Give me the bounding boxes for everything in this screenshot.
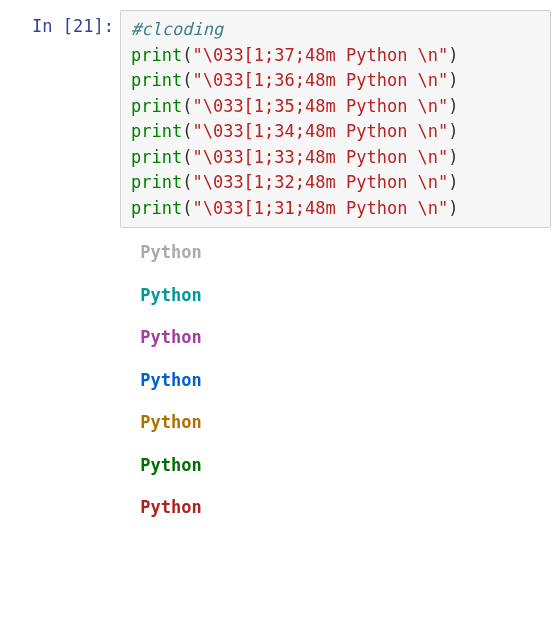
- prompt-label: In [21]:: [32, 16, 114, 36]
- output-line: Python: [130, 412, 212, 432]
- open-paren: (: [182, 96, 192, 116]
- string-literal: "\033[1;36;48m Python \n": [192, 70, 448, 90]
- output-line: Python: [130, 370, 212, 390]
- print-call: print: [131, 45, 182, 65]
- open-paren: (: [182, 45, 192, 65]
- print-call: print: [131, 96, 182, 116]
- string-literal: "\033[1;37;48m Python \n": [192, 45, 448, 65]
- output-prompt-spacer: [8, 228, 120, 540]
- code-input-area[interactable]: #clcoding print("\033[1;37;48m Python \n…: [120, 10, 551, 228]
- output-line: Python: [130, 242, 212, 262]
- close-paren: ): [448, 70, 458, 90]
- string-literal: "\033[1;35;48m Python \n": [192, 96, 448, 116]
- open-paren: (: [182, 121, 192, 141]
- stdout-area: Python Python Python Python Python Pytho…: [120, 228, 551, 540]
- print-call: print: [131, 147, 182, 167]
- string-literal: "\033[1;32;48m Python \n": [192, 172, 448, 192]
- output-line: Python: [130, 455, 212, 475]
- output-cell: Python Python Python Python Python Pytho…: [8, 228, 551, 540]
- input-cell: In [21]: #clcoding print("\033[1;37;48m …: [8, 10, 551, 228]
- close-paren: ): [448, 45, 458, 65]
- open-paren: (: [182, 147, 192, 167]
- close-paren: ): [448, 96, 458, 116]
- close-paren: ): [448, 121, 458, 141]
- print-call: print: [131, 121, 182, 141]
- input-prompt: In [21]:: [8, 10, 120, 228]
- string-literal: "\033[1;33;48m Python \n": [192, 147, 448, 167]
- output-line: Python: [130, 497, 212, 517]
- print-call: print: [131, 172, 182, 192]
- code-comment: #clcoding: [131, 19, 223, 39]
- open-paren: (: [182, 198, 192, 218]
- print-call: print: [131, 70, 182, 90]
- open-paren: (: [182, 70, 192, 90]
- open-paren: (: [182, 172, 192, 192]
- string-literal: "\033[1;31;48m Python \n": [192, 198, 448, 218]
- print-call: print: [131, 198, 182, 218]
- close-paren: ): [448, 147, 458, 167]
- output-line: Python: [130, 327, 212, 347]
- string-literal: "\033[1;34;48m Python \n": [192, 121, 448, 141]
- close-paren: ): [448, 172, 458, 192]
- close-paren: ): [448, 198, 458, 218]
- output-line: Python: [130, 285, 212, 305]
